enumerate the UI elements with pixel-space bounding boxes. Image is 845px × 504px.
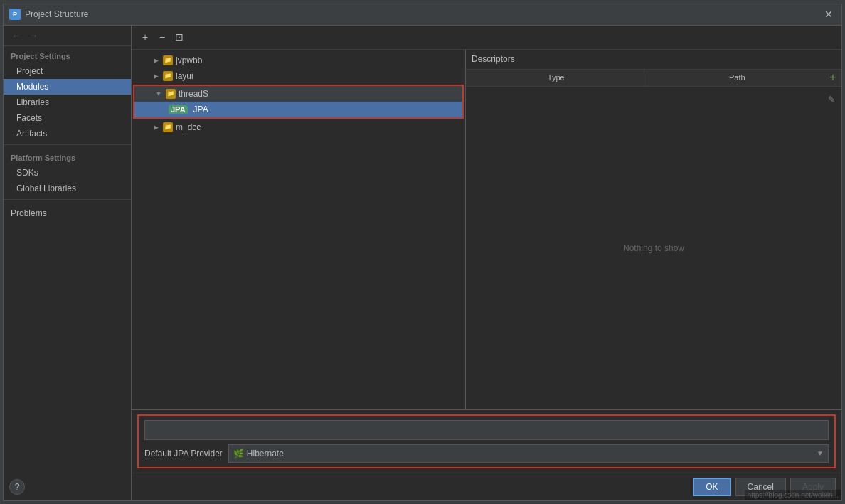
dialog-title: Project Structure	[25, 9, 88, 19]
title-bar-left: P Project Structure	[9, 9, 88, 20]
descriptors-empty: Nothing to show ✎	[466, 87, 841, 409]
tree-arrow: ▶	[152, 123, 160, 132]
col-path-header: Path	[647, 70, 828, 86]
sidebar-item-sdks[interactable]: SDKs	[4, 165, 131, 181]
descriptors-header: Descriptors	[466, 50, 841, 70]
title-bar: P Project Structure ✕	[4, 4, 841, 26]
panels: ▶ 📁 jvpwbb ▶ 📁 layui	[132, 50, 841, 409]
folder-icon: 📁	[163, 122, 173, 132]
tree-item-mdcc[interactable]: ▶ 📁 m_dcc	[132, 119, 465, 135]
chevron-down-icon: ▼	[817, 449, 824, 457]
sidebar-item-global-libraries[interactable]: Global Libraries	[4, 181, 131, 196]
highlighted-group: ▼ 📁 threadS JPA JPA	[133, 85, 464, 119]
bottom-highlight-box: Default JPA Provider 🌿 Hibernate ▼	[137, 414, 836, 468]
remove-button[interactable]: −	[154, 29, 170, 45]
folder-icon: 📁	[166, 89, 176, 99]
action-buttons: OK Cancel Apply	[132, 473, 841, 500]
tree-item-layui[interactable]: ▶ 📁 layui	[132, 68, 465, 84]
forward-arrow[interactable]: →	[26, 28, 41, 43]
ok-button[interactable]: OK	[693, 478, 730, 496]
sidebar-item-artifacts[interactable]: Artifacts	[4, 126, 131, 141]
app-icon: P	[9, 9, 21, 20]
module-toolbar: + − ⊡	[132, 26, 841, 50]
tree-arrow	[157, 105, 166, 114]
sidebar-item-modules[interactable]: Modules	[4, 79, 131, 95]
descriptor-text-field[interactable]	[144, 420, 829, 440]
descriptors-columns: Type Path +	[466, 70, 841, 87]
project-settings-title: Project Settings	[4, 46, 131, 63]
platform-settings-title: Platform Settings	[4, 148, 131, 165]
module-panel: ▶ 📁 jvpwbb ▶ 📁 layui	[132, 50, 466, 409]
col-type-header: Type	[466, 70, 647, 86]
provider-label: Default JPA Provider	[144, 449, 223, 459]
close-button[interactable]: ✕	[822, 7, 836, 21]
sidebar-divider	[4, 144, 131, 145]
module-tree: ▶ 📁 jvpwbb ▶ 📁 layui	[132, 50, 465, 409]
tree-arrow: ▶	[152, 72, 160, 80]
copy-button[interactable]: ⊡	[171, 29, 187, 45]
folder-icon: 📁	[163, 55, 173, 65]
project-structure-dialog: P Project Structure ✕ ← → Project Settin…	[3, 4, 842, 501]
sidebar: ← → Project Settings Project Modules Lib…	[4, 26, 132, 500]
edit-icon[interactable]: ✎	[824, 92, 839, 107]
tree-item-jvpwbb[interactable]: ▶ 📁 jvpwbb	[132, 53, 465, 68]
tree-item-jpa[interactable]: JPA JPA	[134, 102, 462, 117]
help-button[interactable]: ?	[9, 479, 25, 495]
descriptors-add-button[interactable]: +	[827, 71, 841, 84]
descriptors-panel: Descriptors Type Path + Nothing to show	[466, 50, 841, 409]
tree-arrow: ▶	[152, 56, 160, 65]
sidebar-item-libraries[interactable]: Libraries	[4, 95, 131, 110]
back-arrow[interactable]: ←	[9, 28, 23, 43]
watermark: https://blog.csdn.net/woixin...	[745, 490, 841, 500]
provider-row: Default JPA Provider 🌿 Hibernate ▼	[144, 444, 829, 463]
provider-select[interactable]: 🌿 Hibernate ▼	[228, 444, 829, 463]
sidebar-item-project[interactable]: Project	[4, 63, 131, 79]
tree-item-threads[interactable]: ▼ 📁 threadS	[134, 86, 462, 102]
provider-value: Hibernate	[247, 449, 284, 459]
tree-arrow: ▼	[154, 90, 163, 98]
sidebar-item-problems[interactable]: Problems	[4, 203, 131, 221]
sidebar-item-facets[interactable]: Facets	[4, 110, 131, 126]
main-area: + − ⊡ ▶ 📁	[132, 26, 841, 500]
provider-icon: 🌿	[233, 449, 244, 459]
add-button[interactable]: +	[137, 29, 153, 45]
dialog-content: ← → Project Settings Project Modules Lib…	[4, 26, 841, 500]
descriptors-side-buttons: ✎	[824, 92, 839, 107]
nav-arrows: ← →	[4, 26, 131, 46]
bottom-section: Default JPA Provider 🌿 Hibernate ▼ OK Ca…	[132, 409, 841, 500]
sidebar-divider-2	[4, 199, 131, 200]
folder-icon: 📁	[163, 71, 173, 81]
